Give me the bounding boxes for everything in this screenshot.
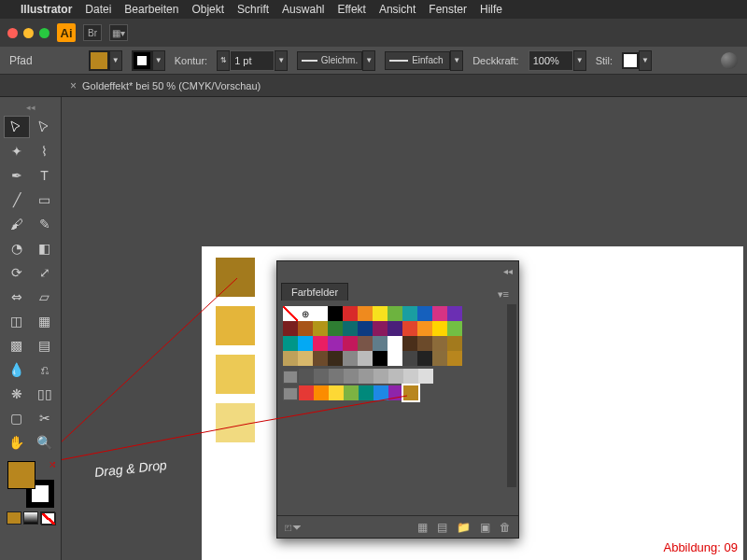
fill-color-icon[interactable]: [7, 461, 35, 489]
swatch[interactable]: [417, 336, 432, 351]
swatch[interactable]: [402, 306, 417, 321]
close-tab-icon[interactable]: ×: [70, 79, 77, 92]
opacity-field[interactable]: ▼: [529, 50, 586, 71]
maximize-icon[interactable]: [39, 28, 49, 38]
eraser-tool[interactable]: ◧: [32, 237, 58, 259]
swatch[interactable]: [388, 336, 402, 351]
swatch[interactable]: [313, 306, 328, 321]
swatch[interactable]: ⊕: [298, 306, 313, 321]
mesh-tool[interactable]: ▩: [4, 334, 30, 357]
fill-stroke-indicator[interactable]: ⤭: [7, 461, 54, 508]
delete-swatch-icon[interactable]: 🗑: [500, 521, 511, 534]
document-tab[interactable]: × Goldeffekt* bei 50 % (CMYK/Vorschau): [70, 79, 261, 92]
swatch[interactable]: [417, 321, 432, 336]
swatch[interactable]: [402, 336, 417, 351]
swatch[interactable]: [344, 369, 359, 384]
menu-auswahl[interactable]: Auswahl: [282, 3, 324, 16]
menu-bearbeiten[interactable]: Bearbeiten: [124, 3, 178, 16]
menu-fenster[interactable]: Fenster: [429, 3, 467, 16]
zoom-tool[interactable]: 🔍: [32, 431, 58, 454]
swatch[interactable]: [329, 369, 344, 384]
rectangle-tool[interactable]: ▭: [32, 189, 58, 211]
folder-icon[interactable]: [283, 387, 298, 400]
gold-swatch-1[interactable]: [216, 258, 255, 297]
swatch[interactable]: [373, 336, 388, 351]
swatch[interactable]: [314, 385, 329, 400]
line-tool[interactable]: ╱: [4, 189, 30, 211]
swatch-options-icon[interactable]: ▤: [437, 521, 447, 534]
swatch[interactable]: [447, 351, 462, 366]
pencil-tool[interactable]: ✎: [32, 213, 58, 235]
swatch[interactable]: [358, 351, 373, 366]
none-mode-icon[interactable]: [40, 511, 55, 525]
gold-swatch-2[interactable]: [216, 306, 255, 345]
swatch[interactable]: [403, 385, 418, 400]
swatch[interactable]: [328, 321, 343, 336]
swatch[interactable]: [343, 306, 358, 321]
free-transform-tool[interactable]: ▱: [32, 286, 58, 308]
folder-icon[interactable]: [283, 371, 298, 384]
swatch[interactable]: [432, 351, 447, 366]
swatch[interactable]: [374, 385, 388, 400]
hand-tool[interactable]: ✋: [4, 431, 30, 454]
swatch[interactable]: [402, 321, 417, 336]
canvas[interactable]: ◂◂ Farbfelder▾≡ ⊕ ⏍⏷ ▦ ▤ 📁: [62, 97, 747, 560]
app-name[interactable]: Illustrator: [21, 3, 72, 16]
swatch[interactable]: [388, 369, 403, 384]
swatch[interactable]: [388, 321, 402, 336]
color-mode-icon[interactable]: [7, 511, 21, 525]
swatch[interactable]: [373, 321, 388, 336]
swatch[interactable]: [447, 321, 462, 336]
swatches-panel[interactable]: ◂◂ Farbfelder▾≡ ⊕ ⏍⏷ ▦ ▤ 📁: [276, 260, 519, 539]
swatch[interactable]: [298, 336, 313, 351]
swatch[interactable]: [358, 336, 373, 351]
swatch[interactable]: [373, 306, 388, 321]
fill-swatch[interactable]: ▼: [89, 50, 122, 71]
swatch[interactable]: [298, 351, 313, 366]
lasso-tool[interactable]: ⌇: [32, 140, 58, 162]
swatch[interactable]: [417, 306, 432, 321]
minimize-icon[interactable]: [23, 28, 34, 38]
show-kinds-icon[interactable]: ▦: [417, 521, 428, 534]
swatch[interactable]: [313, 321, 328, 336]
swatch[interactable]: [313, 336, 328, 351]
type-tool[interactable]: T: [32, 164, 58, 187]
menu-ansicht[interactable]: Ansicht: [379, 3, 416, 16]
swatch[interactable]: [359, 385, 374, 400]
slice-tool[interactable]: ✂: [32, 407, 58, 429]
swatch[interactable]: [328, 336, 343, 351]
swatch[interactable]: [359, 369, 374, 384]
swatch[interactable]: [447, 336, 462, 351]
arrange-button[interactable]: ▦▾: [109, 24, 128, 41]
globe-icon[interactable]: [721, 52, 738, 69]
swatch[interactable]: [418, 369, 433, 384]
magic-wand-tool[interactable]: ✦: [4, 140, 30, 162]
swatch[interactable]: [298, 321, 313, 336]
scale-tool[interactable]: ⤢: [32, 261, 58, 284]
gold-swatch-3[interactable]: [216, 355, 255, 394]
swatches-tab[interactable]: Farbfelder: [281, 283, 348, 301]
swatch[interactable]: [447, 306, 462, 321]
swatch[interactable]: [283, 306, 298, 321]
width-tool[interactable]: ⇔: [4, 286, 30, 308]
swatch[interactable]: [373, 351, 388, 366]
stroke-weight[interactable]: ⇅▼: [217, 50, 288, 71]
swatch[interactable]: [374, 369, 388, 384]
swatch[interactable]: [403, 369, 418, 384]
artboard-tool[interactable]: ▢: [4, 407, 30, 429]
swatch[interactable]: [432, 306, 447, 321]
swatch[interactable]: [313, 351, 328, 366]
menu-hilfe[interactable]: Hilfe: [480, 3, 502, 16]
swatch[interactable]: [432, 336, 447, 351]
swatch[interactable]: [314, 369, 329, 384]
swatch[interactable]: [328, 306, 343, 321]
shape-builder-tool[interactable]: ◫: [4, 310, 30, 332]
stroke-align[interactable]: Gleichm.▼: [297, 50, 375, 71]
blob-brush-tool[interactable]: ◔: [4, 237, 30, 259]
swatch[interactable]: [283, 351, 298, 366]
swatch[interactable]: [388, 351, 402, 366]
gold-swatch-4[interactable]: [216, 403, 255, 442]
scrollbar[interactable]: [507, 304, 516, 487]
pen-tool[interactable]: ✒: [4, 164, 30, 187]
menu-schrift[interactable]: Schrift: [237, 3, 269, 16]
